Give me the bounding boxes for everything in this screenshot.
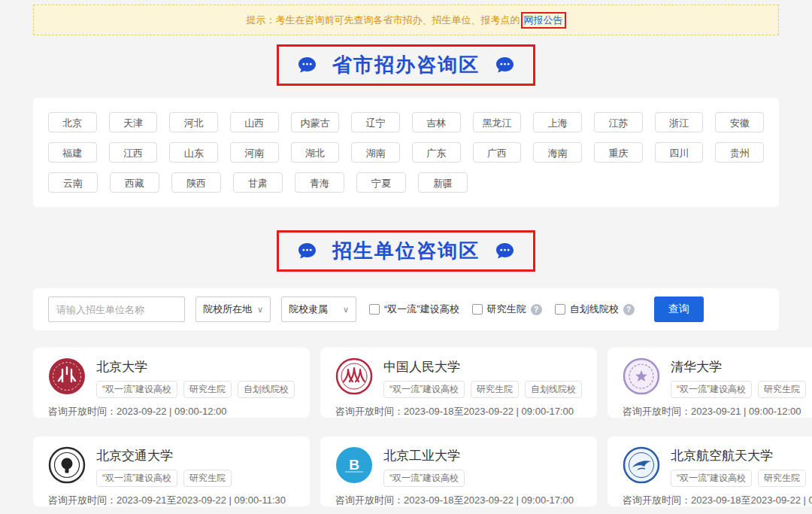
card-header: 北京交通大学 “双一流”建设高校 研究生院 [48, 446, 295, 487]
chat-bubble-icon [298, 243, 316, 259]
province-button[interactable]: 西藏 [110, 172, 159, 193]
province-row: 云南 西藏 陕西 甘肃 青海 宁夏 新疆 [48, 172, 764, 193]
province-button[interactable]: 辽宁 [351, 112, 400, 132]
university-card[interactable]: 北京交通大学 “双一流”建设高校 研究生院 咨询开放时间：2023-09-21至… [33, 436, 310, 506]
card-info: 北京交通大学 “双一流”建设高校 研究生院 [96, 446, 232, 487]
province-button[interactable]: 四川 [655, 142, 704, 163]
consult-time-label: 咨询开放时间： [335, 406, 404, 417]
card-info: 清华大学 “双一流”建设高校 研究生院 自划线院校 [671, 357, 812, 398]
consult-time-value: 2023-09-18至2023-09-22 | 09:00-17:00 [691, 494, 812, 506]
province-button[interactable]: 甘肃 [233, 172, 283, 193]
chat-bubble-icon [298, 57, 316, 73]
graduate-school-filter: 研究生院 ? [472, 303, 542, 316]
province-button[interactable]: 山东 [169, 142, 218, 163]
province-button[interactable]: 海南 [533, 142, 582, 163]
province-button[interactable]: 青海 [295, 172, 344, 193]
consult-time-value: 2023-09-21 | 09:00-12:00 [691, 406, 801, 417]
consult-time-label: 咨询开放时间： [623, 406, 691, 417]
chat-bubble-icon [496, 243, 514, 259]
card-header: B 北京工业大学 “双一流”建设高校 [335, 446, 582, 487]
tag-badge: “双一流”建设高校 [671, 381, 752, 398]
unit-search-input[interactable] [48, 297, 185, 322]
graduate-school-checkbox[interactable] [472, 304, 483, 315]
units-section-title: 招生单位咨询区 [332, 238, 480, 264]
province-button[interactable]: 重庆 [594, 142, 643, 163]
search-button[interactable]: 查询 [654, 297, 704, 322]
tag-badge: 研究生院 [183, 470, 232, 487]
help-icon[interactable]: ? [531, 304, 542, 315]
card-info: 中国人民大学 “双一流”建设高校 研究生院 自划线院校 [383, 357, 582, 398]
notice-text: 提示：考生在咨询前可先查询各省市招办、招生单位、报考点的 [247, 14, 520, 27]
province-button[interactable]: 湖南 [351, 142, 400, 163]
province-button[interactable]: 黑龙江 [473, 112, 522, 132]
peking-university-logo-icon [48, 357, 86, 395]
tag-badge: 自划线院校 [525, 381, 582, 398]
online-announcement-link[interactable]: 网报公告 [524, 14, 563, 26]
location-select[interactable]: 院校所在地 ∨ [195, 297, 271, 322]
provinces-section-header: 省市招办咨询区 [33, 44, 779, 86]
card-info: 北京航空航天大学 “双一流”建设高校 研究生院 自划线院校 [671, 446, 812, 487]
province-button[interactable]: 贵州 [715, 142, 764, 163]
province-button[interactable]: 浙江 [655, 112, 704, 132]
renmin-university-logo-icon [335, 357, 373, 395]
affiliation-select[interactable]: 院校隶属 ∨ [281, 297, 356, 322]
province-button[interactable]: 河北 [169, 112, 218, 132]
tag-badge: “双一流”建设高校 [383, 470, 465, 487]
tsinghua-university-logo-icon [623, 357, 660, 395]
province-button[interactable]: 福建 [48, 142, 97, 163]
self-designated-checkbox[interactable] [555, 304, 565, 315]
province-button[interactable]: 宁夏 [356, 172, 406, 193]
province-button[interactable]: 广西 [473, 142, 522, 163]
consult-time-label: 咨询开放时间： [48, 494, 117, 506]
annotation-box: 网报公告 [521, 12, 566, 29]
consult-time-value: 2023-09-21至2023-09-22 | 09:00-11:30 [117, 494, 286, 506]
tag-badge: 研究生院 [758, 381, 806, 398]
province-button[interactable]: 新疆 [418, 172, 468, 193]
province-button[interactable]: 北京 [48, 112, 97, 132]
province-button[interactable]: 山西 [230, 112, 279, 132]
university-card[interactable]: 北京大学 “双一流”建设高校 研究生院 自划线院校 咨询开放时间：2023-09… [33, 348, 310, 418]
province-button[interactable]: 内蒙古 [291, 112, 340, 132]
university-card[interactable]: 清华大学 “双一流”建设高校 研究生院 自划线院校 咨询开放时间：2023-09… [607, 348, 812, 418]
university-card[interactable]: B 北京工业大学 “双一流”建设高校 咨询开放时间：2023-09-18至202… [320, 436, 597, 506]
consult-time: 咨询开放时间：2023-09-18至2023-09-22 | 09:00-17:… [335, 405, 582, 418]
tag-badge: 研究生院 [471, 381, 519, 398]
location-select-label: 院校所在地 [203, 303, 252, 316]
help-icon[interactable]: ? [623, 304, 635, 315]
chevron-down-icon: ∨ [257, 305, 263, 315]
province-button[interactable]: 上海 [533, 112, 582, 132]
card-header: 北京航空航天大学 “双一流”建设高校 研究生院 自划线院校 [623, 446, 812, 487]
tag-badge: “双一流”建设高校 [671, 470, 752, 487]
university-name: 北京大学 [96, 358, 295, 376]
province-button[interactable]: 天津 [109, 112, 158, 132]
double-first-class-checkbox[interactable] [369, 304, 380, 315]
consult-time-label: 咨询开放时间： [623, 494, 691, 506]
consult-time: 咨询开放时间：2023-09-18至2023-09-22 | 09:00-17:… [623, 494, 812, 507]
province-button[interactable]: 湖北 [291, 142, 340, 163]
province-button[interactable]: 云南 [48, 172, 98, 193]
university-card[interactable]: 北京航空航天大学 “双一流”建设高校 研究生院 自划线院校 咨询开放时间：202… [607, 436, 812, 506]
tag-row: “双一流”建设高校 研究生院 自划线院校 [383, 381, 582, 398]
consult-time-value: 2023-09-18至2023-09-22 | 09:00-17:00 [404, 494, 574, 506]
tag-badge: “双一流”建设高校 [96, 470, 177, 487]
university-card[interactable]: 中国人民大学 “双一流”建设高校 研究生院 自划线院校 咨询开放时间：2023-… [320, 348, 597, 418]
annotation-box: 招生单位咨询区 [277, 230, 535, 272]
province-button[interactable]: 陕西 [171, 172, 221, 193]
provinces-section-title: 省市招办咨询区 [332, 52, 480, 78]
beihang-university-logo-icon [623, 446, 660, 484]
beijing-jiaotong-university-logo-icon [48, 446, 86, 484]
university-name: 北京交通大学 [96, 447, 232, 464]
province-button[interactable]: 河南 [230, 142, 279, 163]
province-button[interactable]: 江苏 [594, 112, 643, 132]
card-header: 北京大学 “双一流”建设高校 研究生院 自划线院校 [48, 357, 295, 398]
affiliation-select-label: 院校隶属 [289, 303, 328, 316]
consult-time: 咨询开放时间：2023-09-21至2023-09-22 | 09:00-11:… [48, 494, 295, 507]
card-header: 中国人民大学 “双一流”建设高校 研究生院 自划线院校 [335, 357, 582, 398]
consult-time-label: 咨询开放时间： [335, 494, 404, 506]
province-button[interactable]: 江西 [109, 142, 158, 163]
consult-time: 咨询开放时间：2023-09-22 | 09:00-12:00 [48, 405, 295, 418]
province-button[interactable]: 广东 [412, 142, 461, 163]
province-button[interactable]: 吉林 [412, 112, 461, 132]
province-button[interactable]: 安徽 [715, 112, 764, 132]
tag-row: “双一流”建设高校 研究生院 自划线院校 [671, 470, 812, 487]
